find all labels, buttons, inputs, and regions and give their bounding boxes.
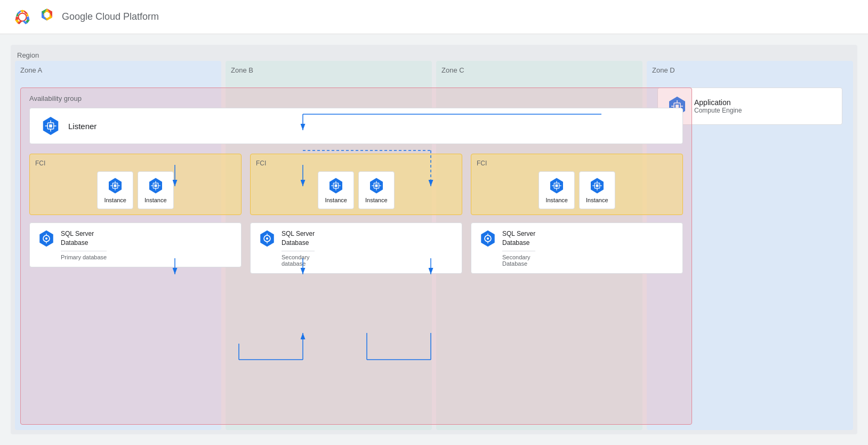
listener-label: Listener [68, 122, 97, 131]
fci-box-1: FCI [250, 154, 462, 215]
db-box-0: SQL ServerDatabase Primary database [29, 222, 242, 267]
instance-icon-2-1 [589, 177, 606, 194]
svg-point-51 [266, 237, 268, 240]
instance-icon-1-0 [327, 177, 344, 194]
header: Google Cloud Platform [0, 0, 868, 34]
instance-box-1-1: Instance [358, 171, 395, 209]
db-icon-2 [479, 229, 497, 248]
fci-group-0: FCI [29, 154, 242, 274]
instance-icon-1-1 [368, 177, 385, 194]
svg-rect-11 [49, 124, 52, 128]
instance-label-1-1: Instance [365, 197, 388, 203]
db-icon-1 [258, 229, 276, 248]
logo-container: Google Cloud Platform [13, 7, 159, 27]
fci-label-0: FCI [35, 160, 236, 167]
zone-a-label: Zone A [20, 66, 216, 74]
db-subtitle-2: Secondary Database [502, 251, 535, 267]
zone-b-label: Zone B [231, 66, 427, 74]
svg-point-32 [45, 237, 47, 240]
db-box-2: SQL ServerDatabase Secondary Database [471, 222, 683, 274]
instance-icon-0-1 [147, 177, 164, 194]
fci-box-2: FCI [471, 154, 683, 215]
svg-rect-25 [154, 185, 157, 187]
instance-box-0-0: Instance [97, 171, 133, 209]
instance-box-2-0: Instance [539, 171, 575, 209]
fci-group-2: FCI [471, 154, 683, 274]
svg-point-0 [19, 13, 27, 21]
fci-label-2: FCI [477, 160, 677, 167]
svg-rect-56 [556, 185, 558, 187]
instance-box-1-0: Instance [318, 171, 354, 209]
zone-d-label: Zone D [652, 66, 848, 74]
gcp-colored-logo [37, 7, 57, 27]
db-icon-0 [37, 229, 55, 248]
db-title-2: SQL ServerDatabase [502, 229, 535, 248]
fci-group-1: FCI [250, 154, 462, 274]
instance-label-0-0: Instance [104, 197, 126, 203]
db-subtitle-0: Primary database [61, 251, 107, 260]
instance-box-2-1: Instance [579, 171, 615, 209]
db-title-1: SQL ServerDatabase [282, 229, 315, 248]
availability-group-label: Availability group [29, 94, 683, 102]
fci-box-0: FCI [29, 154, 242, 215]
db-title-0: SQL ServerDatabase [61, 229, 107, 248]
instance-box-0-1: Instance [138, 171, 174, 209]
instance-label-0-1: Instance [144, 197, 167, 203]
fci-label-1: FCI [256, 160, 456, 167]
instance-icon-2-0 [548, 177, 565, 194]
svg-rect-44 [375, 185, 377, 187]
instance-label-2-1: Instance [586, 197, 608, 203]
app-text: Application Compute Engine [694, 98, 742, 114]
app-subtitle: Compute Engine [694, 107, 742, 114]
db-subtitle-1: Secondary database [282, 251, 315, 267]
svg-rect-63 [596, 185, 598, 187]
diagram-area: Region Zone A Zone B Zone C Zone D [0, 34, 868, 445]
app-title: Application [694, 98, 742, 107]
instance-label-1-0: Instance [325, 197, 347, 203]
svg-rect-18 [114, 185, 117, 187]
svg-rect-37 [335, 185, 337, 187]
region-label: Region [17, 51, 851, 59]
db-box-1: SQL ServerDatabase Secondary database [250, 222, 462, 274]
listener-box: Listener [29, 108, 683, 144]
availability-group: Availability group Listener [20, 88, 692, 425]
region-container: Region Zone A Zone B Zone C Zone D [11, 45, 857, 434]
listener-icon [41, 116, 61, 136]
svg-point-70 [487, 237, 489, 240]
logo-text: Google Cloud Platform [62, 11, 159, 22]
instance-label-2-0: Instance [545, 197, 568, 203]
page: Google Cloud Platform Region Zone A Zone… [0, 0, 868, 445]
gcp-logo-icon [13, 7, 32, 27]
instance-icon-0-0 [107, 177, 124, 194]
zone-c-label: Zone C [441, 66, 637, 74]
